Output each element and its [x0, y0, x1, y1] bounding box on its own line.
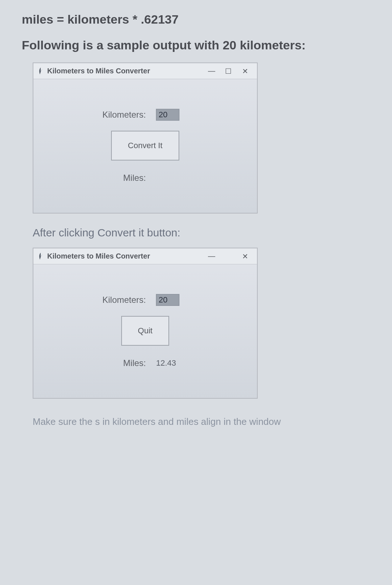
miles-label: Miles: [83, 358, 156, 368]
window-body: Kilometers: 20 Convert It Miles: [33, 79, 257, 213]
button-row: Convert It [44, 131, 246, 161]
button-row: Quit [44, 316, 246, 346]
miles-output: 12.43 [156, 358, 176, 367]
close-button[interactable]: ✕ [237, 63, 253, 79]
app-feather-icon [38, 252, 44, 260]
miles-row: Miles: 12.43 [44, 358, 246, 368]
maximize-button[interactable] [220, 248, 237, 264]
quit-button[interactable]: Quit [121, 316, 169, 346]
kilometers-label: Kilometers: [83, 110, 156, 120]
app-feather-icon [38, 67, 44, 75]
miles-row: Miles: [44, 173, 246, 183]
window-title: Kilometers to Miles Converter [47, 67, 150, 75]
kilometers-input[interactable]: 20 [156, 294, 179, 306]
app-window-after: Kilometers to Miles Converter — ✕ Kilome… [33, 248, 258, 399]
kilometers-row: Kilometers: 20 [44, 109, 246, 121]
window-title: Kilometers to Miles Converter [47, 252, 150, 260]
maximize-button[interactable]: ☐ [220, 63, 237, 79]
formula-heading: miles = kilometers * .62137 [22, 12, 370, 27]
titlebar: Kilometers to Miles Converter — ☐ ✕ [33, 63, 257, 79]
minimize-button[interactable]: — [203, 248, 220, 264]
window-body: Kilometers: 20 Quit Miles: 12.43 [33, 264, 257, 398]
footnote-text: Make sure the s in kilometers and miles … [33, 416, 370, 427]
kilometers-row: Kilometers: 20 [44, 294, 246, 306]
after-caption: After clicking Convert it button: [33, 227, 370, 239]
miles-label: Miles: [83, 173, 156, 183]
kilometers-label: Kilometers: [83, 295, 156, 305]
app-window-before: Kilometers to Miles Converter — ☐ ✕ Kilo… [33, 62, 258, 214]
close-button[interactable]: ✕ [237, 248, 253, 264]
convert-button[interactable]: Convert It [111, 131, 179, 161]
titlebar: Kilometers to Miles Converter — ✕ [33, 248, 257, 264]
document-page: miles = kilometers * .62137 Following is… [0, 0, 392, 442]
kilometers-input[interactable]: 20 [156, 109, 179, 121]
sample-intro-heading: Following is a sample output with 20 kil… [22, 38, 370, 52]
minimize-button[interactable]: — [203, 63, 220, 79]
